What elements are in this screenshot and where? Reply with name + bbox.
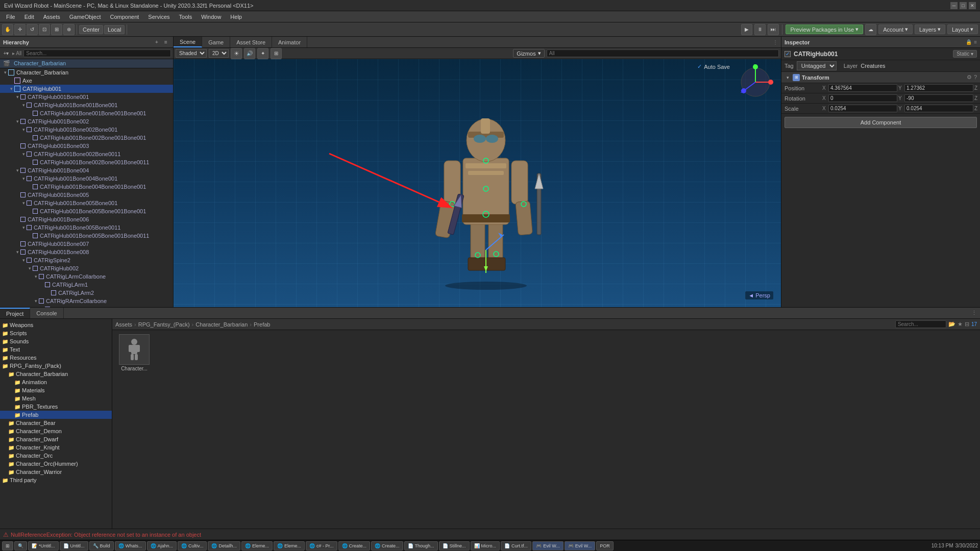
project-item-weapons[interactable]: 📁Weapons — [0, 321, 112, 329]
pos-y-input[interactable] — [904, 84, 973, 92]
tree-item-bone008[interactable]: ▾ CATRigHub001Bone008 — [0, 248, 173, 256]
toolbar-scale-tool[interactable]: ⊡ — [39, 24, 50, 35]
toolbar-transform-tool[interactable]: ⊕ — [63, 24, 75, 35]
tree-item-character-barbarian[interactable]: ▾ Character_Barbarian — [0, 68, 173, 77]
scene-tab-asset-store[interactable]: Asset Store — [230, 37, 272, 47]
project-tab[interactable]: Project — [0, 308, 30, 318]
project-item-prefab[interactable]: 📁Prefab — [0, 411, 112, 419]
menu-services[interactable]: Services — [144, 11, 174, 22]
menu-gameobject[interactable]: GameObject — [65, 11, 105, 22]
inspector-static-badge[interactable]: Static ▾ — [953, 50, 977, 58]
search-button[interactable]: 🔍 — [14, 541, 27, 550]
play-button[interactable]: ▶ — [741, 24, 752, 35]
taskbar-create2[interactable]: 🌐 Create... — [371, 541, 403, 550]
autosave-button[interactable]: ✓ Auto Save — [697, 63, 730, 70]
asset-character-prefab[interactable]: Character... — [116, 334, 152, 371]
breadcrumb-character[interactable]: Character_Barbarian — [195, 321, 248, 328]
breadcrumb-assets[interactable]: Assets — [115, 321, 132, 328]
tree-item-bone005-1-1[interactable]: CATRigHub001Bone005Bone001Bone001 — [0, 207, 173, 215]
taskbar-micro[interactable]: 📊 Micro... — [471, 541, 500, 550]
taskbar-whats[interactable]: 🌐 Whats... — [115, 541, 146, 550]
asset-search[interactable] — [895, 320, 946, 328]
menu-tools[interactable]: Tools — [175, 11, 197, 22]
taskbar-evil2[interactable]: 🎮 Evil W... — [565, 541, 596, 550]
tree-item-bone007[interactable]: CATRigHub001Bone007 — [0, 240, 173, 248]
asset-filter-icon[interactable]: ⊟ — [965, 321, 969, 328]
console-tab[interactable]: Console — [30, 308, 63, 318]
tree-item-bone004[interactable]: ▾ CATRigHub001Bone004 — [0, 166, 173, 174]
tree-item-catrighub002[interactable]: ▾ CATRigHub002 — [0, 264, 173, 272]
tree-item-rarm1[interactable]: CATRigRArm1 — [0, 305, 173, 307]
taskbar-stillne[interactable]: 📄 Stillne... — [439, 541, 470, 550]
project-item-text[interactable]: 📁Text — [0, 345, 112, 354]
tree-item-bone001-1-1[interactable]: CATRigHub001Bone001Bone001Bone001 — [0, 109, 173, 117]
taskbar-though[interactable]: 📄 Though... — [404, 541, 438, 550]
inspector-menu-icon[interactable]: ≡ — [974, 39, 977, 45]
add-component-button[interactable]: Add Component — [785, 117, 977, 128]
scene-view-body[interactable]: ✓ Auto Save — [174, 59, 781, 307]
taskbar-por[interactable]: POR — [596, 541, 614, 550]
project-item-rpg[interactable]: 📁RPG_Fantsy_(Pack) — [0, 362, 112, 370]
project-item-materials[interactable]: 📁Materials — [0, 386, 112, 394]
taskbar-curt[interactable]: 📄 Curt.tf... — [501, 541, 531, 550]
taskbar-ajahn[interactable]: 🌐 Ajahn... — [147, 541, 177, 550]
step-button[interactable]: ⏭ — [768, 24, 779, 35]
breadcrumb-prefab[interactable]: Prefab — [254, 321, 270, 328]
view-mode-dropdown[interactable]: 2D — [209, 49, 229, 58]
hierarchy-add-btn[interactable]: +▾ — [2, 49, 10, 58]
tree-item-bone001-1[interactable]: ▾ CATRigHub001Bone001Bone001 — [0, 101, 173, 109]
cloud-icon-button[interactable]: ☁ — [865, 24, 876, 35]
gizmos-button[interactable]: Gizmos ▾ — [513, 49, 544, 58]
tree-item-bone005[interactable]: CATRigHub001Bone005 — [0, 191, 173, 199]
project-item-animation[interactable]: 📁Animation — [0, 378, 112, 386]
project-item-char-bear[interactable]: 📁Character_Bear — [0, 419, 112, 427]
rot-x-input[interactable] — [828, 94, 897, 102]
inspector-lock-icon[interactable]: 🔒 — [966, 39, 972, 45]
taskbar-eleme1[interactable]: 🌐 Eleme... — [241, 541, 273, 550]
project-item-mesh[interactable]: 📁Mesh — [0, 394, 112, 403]
tree-item-bone002-1-1[interactable]: CATRigHub001Bone002Bone001Bone001 — [0, 134, 173, 142]
transform-help-icon[interactable]: ? — [974, 74, 977, 81]
toolbar-rect-tool[interactable]: ⊞ — [51, 24, 62, 35]
toolbar-move-tool[interactable]: ✛ — [14, 24, 26, 35]
scene-tab-scene[interactable]: Scene — [174, 37, 202, 47]
account-button[interactable]: Account ▾ — [878, 24, 913, 34]
taskbar-build[interactable]: 🔧 Build — [89, 541, 114, 550]
menu-help[interactable]: Help — [226, 11, 246, 22]
audio-toggle[interactable]: 🔊 — [244, 48, 255, 59]
rot-y-input[interactable] — [904, 94, 973, 102]
transform-settings-icon[interactable]: ⚙ — [967, 74, 972, 81]
tree-item-catrighub001[interactable]: ▾ CATRigHub001 — [0, 85, 173, 93]
tree-item-bone002-b001-b0011[interactable]: CATRigHub001Bone002Bone001Bone0011 — [0, 158, 173, 166]
scene-options-btn[interactable]: ⋮ — [770, 37, 781, 47]
scene-tab-game[interactable]: Game — [202, 37, 230, 47]
breadcrumb-rpg[interactable]: RPG_Fantsy_(Pack) — [138, 321, 190, 328]
tree-item-larm2[interactable]: CATRigLArm2 — [0, 289, 173, 297]
hierarchy-search[interactable] — [23, 49, 171, 57]
transform-component-header[interactable]: ▾ ⊞ Transform ⚙ ? — [781, 72, 980, 83]
tree-item-bone001[interactable]: ▾ CATRigHub001Bone001 — [0, 93, 173, 101]
menu-edit[interactable]: Edit — [20, 11, 38, 22]
project-options-btn[interactable]: ⋮ — [971, 310, 977, 316]
project-item-char-orc[interactable]: 📁Character_Orc — [0, 452, 112, 460]
project-item-char-knight[interactable]: 📁Character_Knight — [0, 443, 112, 452]
project-item-sounds[interactable]: 📁Sounds — [0, 337, 112, 345]
taskbar-csharp[interactable]: 🌐 c# - Pr... — [306, 541, 337, 550]
tree-item-larmcollarbone[interactable]: ▾ CATRigLArmCollarbone — [0, 272, 173, 281]
tag-dropdown[interactable]: Untagged — [797, 61, 837, 70]
tree-item-bone005-b001-b0011[interactable]: CATRigHub001Bone005Bone001Bone0011 — [0, 232, 173, 240]
scale-x-input[interactable] — [828, 105, 897, 112]
project-item-char-demon[interactable]: 📁Character_Demon — [0, 427, 112, 435]
menu-component[interactable]: Component — [106, 11, 143, 22]
taskbar-detailh[interactable]: 🌐 Detailh... — [208, 541, 240, 550]
project-item-char-dwarf[interactable]: 📁Character_Dwarf — [0, 435, 112, 443]
hierarchy-add-button[interactable]: + — [153, 38, 161, 46]
taskbar-create1[interactable]: 🌐 Create... — [338, 541, 371, 550]
toolbar-rotate-tool[interactable]: ↺ — [27, 24, 38, 35]
minimize-button[interactable]: ─ — [950, 2, 958, 9]
scene-tab-animator[interactable]: Animator — [272, 37, 307, 47]
menu-assets[interactable]: Assets — [39, 11, 64, 22]
project-item-third-party[interactable]: 📁Third party — [0, 476, 112, 484]
tree-item-bone005-b0011[interactable]: ▾ CATRigHub001Bone005Bone0011 — [0, 223, 173, 232]
close-button[interactable]: ✕ — [969, 2, 976, 9]
